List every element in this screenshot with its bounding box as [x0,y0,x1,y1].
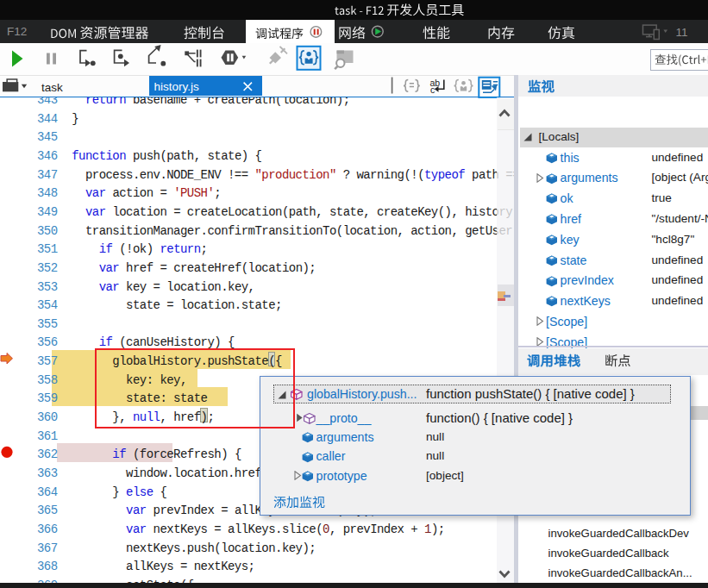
svg-text:c: c [430,84,435,95]
